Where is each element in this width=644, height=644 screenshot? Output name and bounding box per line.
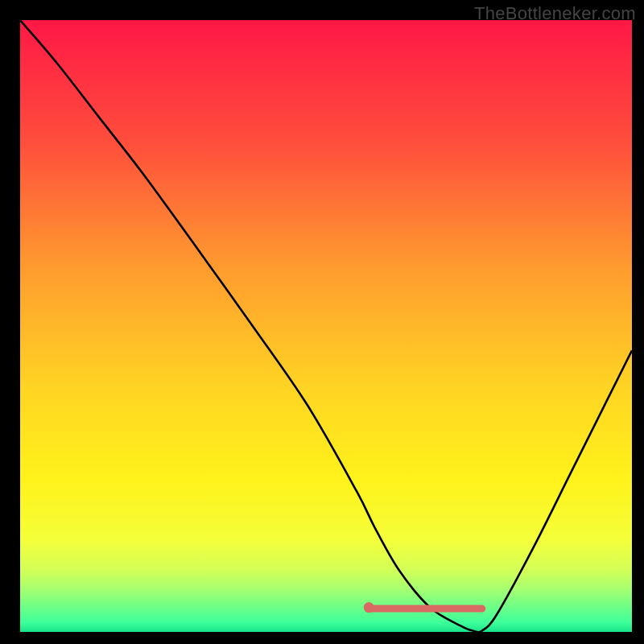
optimal-point-marker — [364, 602, 374, 613]
bottleneck-curve — [20, 20, 632, 632]
curve-layer — [20, 20, 632, 632]
watermark-text: TheBottleneker.com — [474, 3, 636, 24]
chart-container: TheBottleneker.com — [0, 0, 644, 644]
plot-area — [20, 20, 632, 632]
